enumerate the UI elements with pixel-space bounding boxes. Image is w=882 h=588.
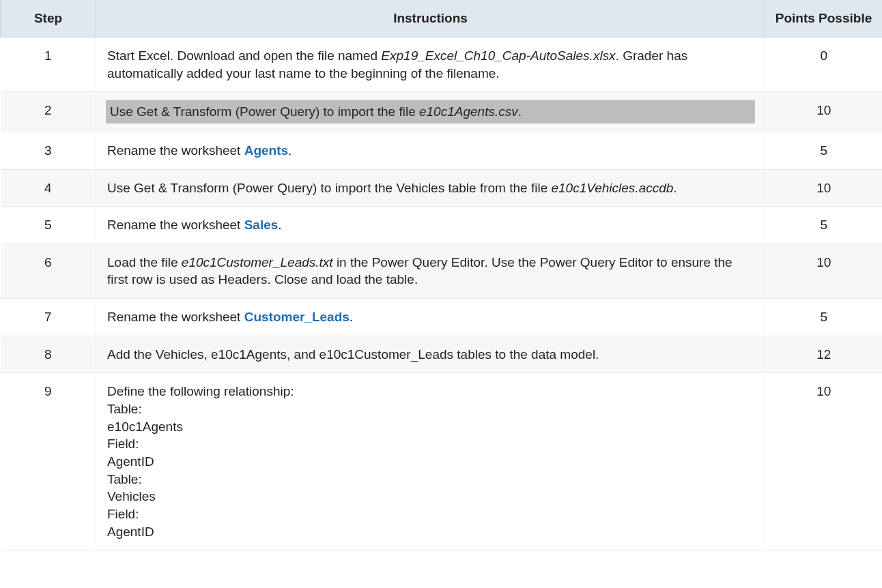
- instruction-fragment: Rename the worksheet: [107, 310, 244, 324]
- highlighted-instruction: Use Get & Transform (Power Query) to imp…: [106, 100, 755, 123]
- worksheet-name-link[interactable]: Agents: [244, 143, 288, 158]
- instruction-text: Start Excel. Download and open the file …: [107, 48, 687, 80]
- step-number: 1: [1, 38, 96, 92]
- instruction-text: Rename the worksheet Sales.: [107, 218, 282, 232]
- step-number: 6: [1, 244, 96, 298]
- instruction-fragment: Add the Vehicles, e10c1Agents, and e10c1…: [107, 347, 599, 362]
- filename-text: e10c1Agents.csv: [419, 104, 518, 119]
- instruction-fragment: Use Get & Transform (Power Query) to imp…: [110, 104, 419, 119]
- table-row: 1Start Excel. Download and open the file…: [1, 38, 883, 92]
- instruction-fragment: .: [673, 181, 677, 195]
- points-possible: 10: [765, 373, 883, 550]
- step-number: 9: [1, 373, 96, 550]
- instruction-fragment: e10c1Agents: [107, 420, 183, 434]
- table-row: 8Add the Vehicles, e10c1Agents, and e10c…: [1, 336, 883, 373]
- instruction-text: Rename the worksheet Customer_Leads.: [107, 310, 353, 324]
- instruction-fragment: .: [350, 310, 353, 324]
- instruction-text: Rename the worksheet Agents.: [107, 143, 291, 158]
- step-number: 2: [1, 92, 96, 132]
- grading-table: Step Instructions Points Possible 1Start…: [0, 0, 882, 550]
- header-row: Step Instructions Points Possible: [1, 0, 883, 38]
- table-row: 6Load the file e10c1Customer_Leads.txt i…: [1, 244, 883, 298]
- instruction-text: Define the following relationship:Table:…: [107, 384, 294, 538]
- step-number: 7: [1, 299, 96, 336]
- points-possible: 12: [765, 336, 883, 373]
- instruction-fragment: Table:: [107, 402, 142, 416]
- instruction-fragment: Start Excel. Download and open the file …: [107, 48, 381, 63]
- instruction-fragment: Field:: [107, 437, 139, 451]
- filename-text: Exp19_Excel_Ch10_Cap-AutoSales.xlsx: [381, 48, 615, 63]
- instruction-cell: Rename the worksheet Customer_Leads.: [96, 299, 765, 336]
- points-possible: 10: [765, 244, 883, 298]
- table-row: 5Rename the worksheet Sales.5: [1, 207, 883, 244]
- instruction-cell: Start Excel. Download and open the file …: [96, 38, 765, 92]
- instruction-fragment: .: [288, 143, 291, 158]
- instruction-cell: Load the file e10c1Customer_Leads.txt in…: [96, 244, 765, 298]
- step-number: 8: [1, 336, 96, 373]
- header-instructions: Instructions: [96, 0, 765, 38]
- step-number: 5: [1, 207, 96, 244]
- instruction-fragment: Table:: [107, 472, 142, 486]
- instruction-cell: Rename the worksheet Sales.: [96, 207, 765, 244]
- worksheet-name-link[interactable]: Sales: [244, 218, 279, 232]
- points-possible: 5: [765, 132, 883, 169]
- instruction-fragment: .: [518, 104, 522, 119]
- points-possible: 10: [765, 169, 883, 207]
- filename-text: e10c1Vehicles.accdb: [551, 181, 673, 195]
- instruction-text: Add the Vehicles, e10c1Agents, and e10c1…: [107, 347, 599, 362]
- step-number: 4: [1, 169, 96, 207]
- instruction-fragment: .: [278, 218, 281, 232]
- instruction-cell: Rename the worksheet Agents.: [96, 132, 765, 169]
- instruction-cell: Define the following relationship:Table:…: [96, 373, 765, 550]
- step-number: 3: [1, 132, 96, 169]
- instruction-fragment: Use Get & Transform (Power Query) to imp…: [107, 181, 551, 195]
- instruction-cell: Use Get & Transform (Power Query) to imp…: [96, 169, 765, 207]
- instruction-cell: Add the Vehicles, e10c1Agents, and e10c1…: [96, 336, 765, 373]
- table-row: 4Use Get & Transform (Power Query) to im…: [1, 169, 883, 207]
- instruction-fragment: Define the following relationship:: [107, 384, 294, 398]
- instruction-fragment: Rename the worksheet: [107, 143, 244, 158]
- instruction-fragment: AgentID: [107, 454, 154, 469]
- table-row: 2Use Get & Transform (Power Query) to im…: [1, 92, 883, 132]
- instruction-text: Load the file e10c1Customer_Leads.txt in…: [107, 255, 732, 287]
- points-possible: 5: [765, 299, 883, 336]
- header-step: Step: [1, 0, 96, 38]
- instruction-fragment: Rename the worksheet: [107, 218, 244, 232]
- filename-text: e10c1Customer_Leads.txt: [182, 255, 333, 269]
- header-points: Points Possible: [765, 0, 883, 38]
- instruction-fragment: AgentID: [107, 525, 154, 539]
- points-possible: 0: [765, 38, 883, 92]
- worksheet-name-link[interactable]: Customer_Leads: [244, 310, 350, 324]
- points-possible: 10: [765, 92, 883, 132]
- instruction-text: Use Get & Transform (Power Query) to imp…: [107, 181, 677, 195]
- table-row: 7Rename the worksheet Customer_Leads.5: [1, 299, 883, 336]
- instruction-cell: Use Get & Transform (Power Query) to imp…: [96, 92, 765, 132]
- table-row: 3Rename the worksheet Agents.5: [1, 132, 883, 169]
- instruction-fragment: Vehicles: [107, 489, 156, 503]
- instruction-fragment: Field:: [107, 507, 139, 521]
- table-row: 9Define the following relationship:Table…: [1, 373, 883, 550]
- instruction-fragment: Load the file: [107, 255, 182, 269]
- points-possible: 5: [765, 207, 883, 244]
